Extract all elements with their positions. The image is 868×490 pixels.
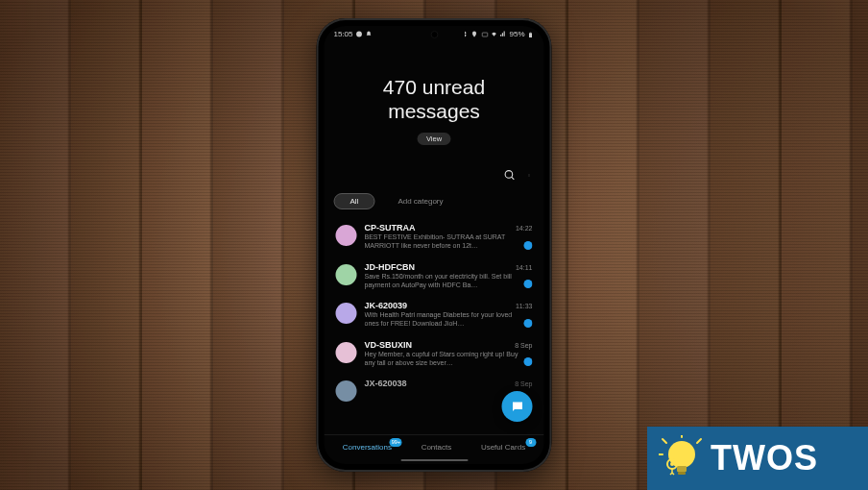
- battery-icon: [528, 31, 535, 37]
- nav-handle[interactable]: [400, 459, 468, 462]
- bluetooth-icon: [461, 31, 468, 37]
- list-item[interactable]: JD-HDFCBN 14:11 Save Rs.150/month on you…: [326, 257, 542, 296]
- lightbulb-icon: [659, 435, 705, 481]
- twos-brand-text: TWOS: [711, 438, 818, 478]
- svg-line-5: [512, 178, 515, 181]
- unread-count-line2: messages: [388, 100, 480, 122]
- status-battery: 95%: [509, 30, 524, 38]
- svg-rect-1: [482, 33, 488, 37]
- message-preview: Save Rs.150/month on your electricity bi…: [365, 273, 533, 290]
- tab-label: Conversations: [343, 443, 392, 452]
- tab-useful-cards[interactable]: Useful Cards 9: [479, 441, 527, 453]
- svg-rect-10: [677, 466, 687, 472]
- location-icon: [470, 31, 477, 37]
- svg-line-14: [697, 439, 701, 443]
- phone-screen: 15:05: [325, 26, 544, 464]
- compose-fab[interactable]: [502, 391, 533, 422]
- svg-point-8: [529, 177, 530, 178]
- conversations-badge: 99+: [390, 438, 402, 447]
- svg-point-7: [529, 176, 530, 177]
- avatar: [336, 303, 357, 324]
- chat-icon: [510, 400, 524, 414]
- message-time: 8 Sep: [515, 380, 532, 387]
- messages-header: 470 unread messages View: [325, 40, 544, 164]
- camera-punch-hole: [430, 31, 438, 38]
- svg-point-0: [356, 32, 362, 37]
- tab-label: Contacts: [422, 443, 452, 452]
- whatsapp-icon: [356, 31, 363, 37]
- bottom-nav: Conversations 99+ Contacts Useful Cards …: [325, 434, 544, 457]
- svg-rect-11: [678, 472, 686, 475]
- sender-name: JK-620039: [365, 301, 408, 310]
- category-all[interactable]: All: [334, 193, 375, 209]
- unread-dot: [524, 319, 533, 328]
- avatar: [336, 264, 357, 285]
- notification-icon: [366, 31, 373, 37]
- message-time: 14:22: [516, 225, 533, 232]
- more-icon[interactable]: [528, 168, 531, 185]
- svg-rect-3: [530, 33, 532, 34]
- avatar: [336, 225, 357, 246]
- unread-dot: [524, 280, 533, 288]
- unread-dot: [524, 241, 533, 250]
- unread-count-line1: 470 unread: [383, 76, 485, 98]
- add-category-button[interactable]: Add category: [398, 197, 443, 206]
- list-item[interactable]: CP-SUTRAA 14:22 BEST FESTIVE Exhibition-…: [326, 217, 542, 257]
- useful-badge: 9: [525, 438, 536, 447]
- sender-name: VD-SBUXIN: [365, 340, 413, 350]
- list-item[interactable]: VD-SBUXIN 8 Sep Hey Member, a cupful of …: [326, 334, 542, 374]
- list-item[interactable]: JK-620039 11:33 With Health Patri manage…: [326, 295, 542, 334]
- toolbar: [325, 164, 544, 193]
- message-preview: BEST FESTIVE Exhibition- SUTRAA at SURAT…: [365, 233, 533, 251]
- volte-icon: [480, 31, 487, 37]
- svg-rect-2: [529, 33, 532, 37]
- message-time: 11:33: [516, 303, 533, 309]
- signal-icon: [499, 31, 506, 37]
- message-preview: Hey Member, a cupful of Stars coming rig…: [365, 351, 533, 368]
- tab-conversations[interactable]: Conversations 99+: [341, 441, 394, 453]
- message-time: 14:11: [516, 264, 533, 271]
- twos-watermark: TWOS: [647, 427, 868, 490]
- svg-point-6: [529, 175, 530, 176]
- search-icon[interactable]: [504, 168, 517, 185]
- sender-name: JX-620038: [365, 379, 407, 388]
- avatar: [336, 380, 357, 402]
- svg-line-13: [663, 439, 666, 443]
- tab-label: Useful Cards: [481, 443, 525, 452]
- phone-frame: 15:05: [317, 18, 552, 472]
- status-time: 15:05: [334, 30, 353, 38]
- unread-title: 470 unread messages: [334, 75, 535, 123]
- tab-contacts[interactable]: Contacts: [420, 441, 454, 453]
- message-time: 8 Sep: [515, 342, 532, 349]
- category-tabs: All Add category: [325, 193, 544, 217]
- view-button[interactable]: View: [418, 133, 450, 145]
- sender-name: JD-HDFCBN: [365, 262, 416, 272]
- message-preview: With Health Patri manage Diabetes for yo…: [365, 311, 533, 329]
- sender-name: CP-SUTRAA: [365, 223, 416, 233]
- avatar: [336, 342, 357, 363]
- svg-point-4: [505, 171, 513, 179]
- svg-point-17: [670, 462, 674, 466]
- wifi-icon: [490, 31, 496, 37]
- unread-dot: [524, 357, 533, 366]
